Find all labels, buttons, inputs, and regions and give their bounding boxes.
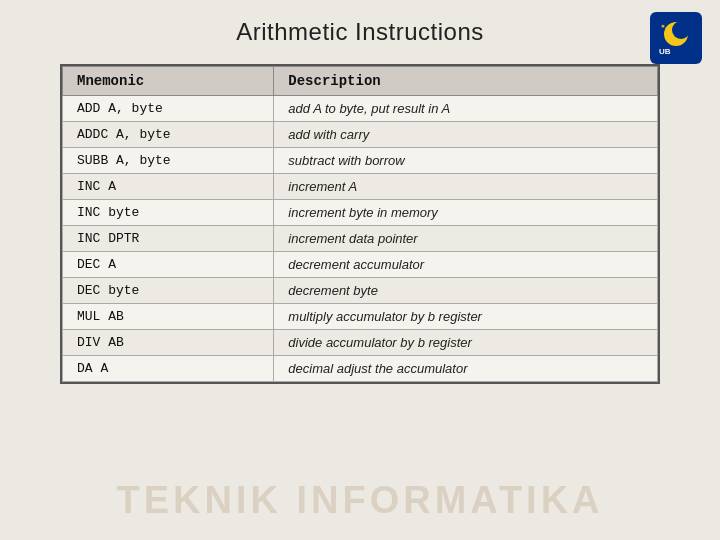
table-row: DIV ABdivide accumulator by b register: [63, 330, 658, 356]
description-cell: increment byte in memory: [274, 200, 658, 226]
description-cell: subtract with borrow: [274, 148, 658, 174]
mnemonic-cell: MUL AB: [63, 304, 274, 330]
table-row: DEC Adecrement accumulator: [63, 252, 658, 278]
table-row: INC Aincrement A: [63, 174, 658, 200]
description-cell: decimal adjust the accumulator: [274, 356, 658, 382]
table-row: DEC bytedecrement byte: [63, 278, 658, 304]
col-header-mnemonic: Mnemonic: [63, 67, 274, 96]
mnemonic-cell: DEC byte: [63, 278, 274, 304]
mnemonic-cell: INC DPTR: [63, 226, 274, 252]
table-row: INC byteincrement byte in memory: [63, 200, 658, 226]
table-row: ADDC A, byteadd with carry: [63, 122, 658, 148]
table-row: INC DPTRincrement data pointer: [63, 226, 658, 252]
watermark-text: TEKNIK INFORMATIKA: [0, 479, 720, 522]
mnemonic-cell: ADDC A, byte: [63, 122, 274, 148]
svg-point-2: [672, 21, 690, 39]
mnemonic-cell: INC A: [63, 174, 274, 200]
table-row: SUBB A, bytesubtract with borrow: [63, 148, 658, 174]
mnemonic-cell: INC byte: [63, 200, 274, 226]
description-cell: add with carry: [274, 122, 658, 148]
description-cell: decrement accumulator: [274, 252, 658, 278]
mnemonic-cell: DA A: [63, 356, 274, 382]
description-cell: decrement byte: [274, 278, 658, 304]
description-cell: increment A: [274, 174, 658, 200]
mnemonic-cell: DEC A: [63, 252, 274, 278]
svg-text:UB: UB: [659, 47, 671, 56]
table-row: MUL ABmultiply accumulator by b register: [63, 304, 658, 330]
page-header: Arithmetic Instructions UB: [0, 0, 720, 56]
table-header-row: Mnemonic Description: [63, 67, 658, 96]
description-cell: increment data pointer: [274, 226, 658, 252]
ub-logo: UB: [650, 12, 702, 64]
description-cell: add A to byte, put result in A: [274, 96, 658, 122]
instructions-table: Mnemonic Description ADD A, byteadd A to…: [62, 66, 658, 382]
mnemonic-cell: ADD A, byte: [63, 96, 274, 122]
mnemonic-cell: SUBB A, byte: [63, 148, 274, 174]
page-background: Arithmetic Instructions UB Mnemonic Desc…: [0, 0, 720, 540]
table-row: DA Adecimal adjust the accumulator: [63, 356, 658, 382]
description-cell: multiply accumulator by b register: [274, 304, 658, 330]
table-row: ADD A, byteadd A to byte, put result in …: [63, 96, 658, 122]
description-cell: divide accumulator by b register: [274, 330, 658, 356]
page-title: Arithmetic Instructions: [0, 18, 720, 46]
mnemonic-cell: DIV AB: [63, 330, 274, 356]
col-header-description: Description: [274, 67, 658, 96]
instructions-table-container: Mnemonic Description ADD A, byteadd A to…: [60, 64, 660, 384]
